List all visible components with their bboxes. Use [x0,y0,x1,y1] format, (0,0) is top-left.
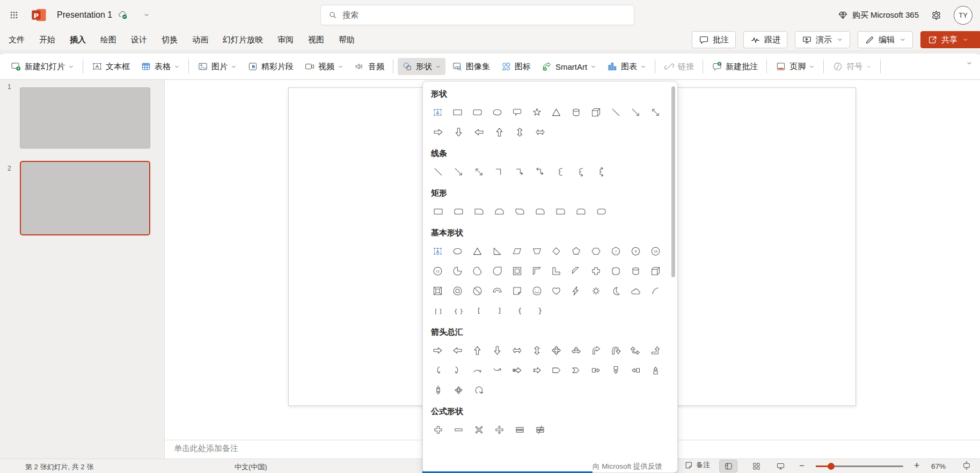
ribbon-tab-开始[interactable]: 开始 [39,35,55,45]
gear-icon[interactable] [931,10,942,21]
shape-round-rect[interactable] [470,104,485,120]
shape-pentagon[interactable] [568,243,584,259]
toolbar-audio-button[interactable]: 音频 [350,58,389,75]
shape-ba-down[interactable] [450,124,466,140]
ribbon-tab-视图[interactable]: 视图 [308,35,324,45]
shape-ba-ud[interactable] [529,342,545,358]
shape-ba-curve-up[interactable] [470,362,485,378]
shape-ba-curve-left[interactable] [450,362,465,378]
shape-curve[interactable] [552,164,568,180]
ribbon-tab-幻灯片放映[interactable]: 幻灯片放映 [223,35,263,45]
toolbar-table-button[interactable]: 表格 [136,58,184,75]
shape-ba-up[interactable] [470,342,485,358]
shape-donut[interactable] [450,283,465,299]
avatar[interactable]: TY [954,6,972,25]
shape-snip-diag[interactable] [511,203,528,219]
ribbon-tab-帮助[interactable]: 帮助 [339,35,355,45]
slideshow-button[interactable] [771,460,789,472]
shape-elbow-arrow[interactable] [511,164,528,180]
shape-line-arrow[interactable] [628,104,643,120]
shape-eq-noteq[interactable] [532,422,548,438]
shape-eq-plus[interactable] [430,422,446,438]
shape-ba-co-down[interactable] [608,362,624,378]
shape-eq-minus[interactable] [450,422,466,438]
language-status[interactable]: 中文(中国) [235,462,267,472]
shape-cloud[interactable] [628,283,643,299]
shape-snip-single[interactable] [471,203,487,219]
document-title-group[interactable]: Presentation 1 [57,10,128,20]
shape-left-bracket[interactable]: [ [471,302,487,319]
shape-no-symbol[interactable] [470,283,485,299]
shape-arc[interactable] [648,283,663,299]
shape-half-frame[interactable] [529,263,545,279]
toolbar-icons-button[interactable]: 图标 [496,58,535,75]
comments-button[interactable]: 批注 [692,31,736,48]
notes-toggle-button[interactable]: 备注 [684,460,710,470]
shape-round-sameside[interactable] [573,203,589,219]
ribbon-tab-文件[interactable]: 文件 [9,35,25,45]
shape-ba-co-quad[interactable] [450,382,466,398]
shape-round-single[interactable] [552,203,568,219]
shape-cylinder[interactable] [628,263,643,279]
shape-folded-corner[interactable] [509,283,525,299]
slide-1-thumbnail[interactable] [20,87,150,149]
normal-view-button[interactable] [719,460,737,472]
notes-placeholder[interactable]: 单击此处添加备注 [174,444,238,454]
ribbon-tab-切换[interactable]: 切换 [162,35,178,45]
toolbar-smartart-button[interactable]: SmartArt [537,58,601,75]
shape-triangle[interactable] [549,104,565,120]
catch-up-button[interactable]: 跟进 [743,31,787,48]
share-button[interactable]: 共享 [920,31,980,48]
ribbon-collapse-icon[interactable] [966,60,972,66]
editing-mode-button[interactable]: 编辑 [858,31,913,48]
powerpoint-logo[interactable]: P [31,7,47,23]
grid-view-button[interactable] [747,460,765,472]
slide-2-thumbnail[interactable] [20,161,150,235]
shape-ba-bent[interactable] [588,342,604,358]
shape-cylinder[interactable] [568,104,584,120]
zoom-slider[interactable] [816,465,903,467]
fit-slide-icon[interactable] [962,461,971,470]
shape-decagon[interactable]: 10 [648,243,663,259]
zoom-out-icon[interactable]: − [799,461,805,471]
shape-text-box[interactable]: A [430,243,445,259]
shape-eq-equal[interactable] [511,422,528,438]
shape-moon[interactable] [608,283,624,299]
shape-hexagon[interactable] [588,243,604,259]
shape-curve-arrow[interactable] [573,164,589,180]
shape-octagon[interactable]: 8 [628,243,643,259]
present-chevron-icon[interactable] [837,36,843,43]
shape-eq-divide[interactable] [491,422,507,438]
shape-line-darrow[interactable] [648,104,663,120]
shape-ba-lru[interactable] [568,342,584,358]
shape-frame[interactable] [509,263,525,279]
shape-rect[interactable] [430,203,446,219]
shape-ba-chevron[interactable] [568,362,584,378]
shape-ba-lr[interactable] [509,342,525,358]
shape-cross[interactable] [588,263,604,279]
buy-microsoft365-button[interactable]: 购买 Microsoft 365 [838,10,919,20]
shape-round-diag[interactable] [593,203,609,219]
shape-ba-curve-down[interactable] [489,362,505,378]
shape-diag-stripe[interactable] [568,263,584,279]
shape-parallelogram[interactable] [509,243,525,259]
shape-ba-left[interactable] [450,342,465,358]
toolbar-stock-images-button[interactable]: 图像集 [448,58,494,75]
shape-lightning[interactable] [568,283,584,299]
toolbar-chart-button[interactable]: 图表 [603,58,650,75]
shape-right-bracket[interactable]: ] [491,302,507,319]
shape-ba-co-up[interactable] [648,362,663,378]
ribbon-tab-审阅[interactable]: 审阅 [277,35,294,45]
shape-ba-quad[interactable] [549,342,565,358]
shape-ba-uturn[interactable] [608,342,624,358]
search-input[interactable]: 搜索 [320,5,634,25]
shape-smiley[interactable] [529,283,545,299]
feedback-link[interactable]: 向 Microsoft 提供反馈 [593,462,662,471]
shape-line[interactable] [608,104,624,120]
shape-speech[interactable] [509,104,525,120]
shape-ba-notched[interactable] [529,362,545,378]
shape-ba-lr[interactable] [532,124,548,140]
shape-dbl-brace[interactable]: { } [450,302,466,319]
shape-cube[interactable] [648,263,663,279]
toolbar-shapes-button[interactable]: 形状 [398,58,445,75]
